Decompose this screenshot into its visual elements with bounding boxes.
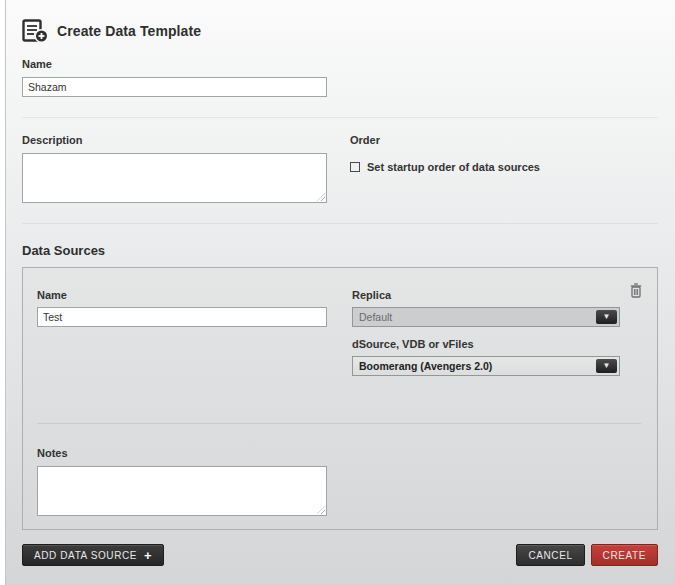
add-data-source-label: ADD DATA SOURCE	[34, 550, 137, 561]
divider	[22, 223, 658, 224]
create-data-template-dialog: Create Data Template Name Description Or…	[5, 0, 675, 585]
data-sources-heading: Data Sources	[22, 243, 658, 258]
trash-icon[interactable]	[630, 283, 642, 298]
divider	[22, 117, 658, 118]
create-button[interactable]: CREATE	[591, 544, 658, 566]
divider	[37, 423, 641, 424]
add-data-source-button[interactable]: ADD DATA SOURCE +	[22, 544, 164, 566]
source-select-value: Boomerang (Avengers 2.0)	[359, 360, 492, 372]
name-label: Name	[22, 58, 658, 70]
source-select-label: dSource, VDB or vFiles	[352, 338, 620, 350]
create-document-icon	[22, 19, 49, 43]
plus-icon: +	[144, 549, 152, 562]
description-textarea[interactable]	[22, 153, 327, 203]
source-name-input[interactable]	[37, 307, 327, 327]
data-source-card: Name Replica Default ▼ dSource, VDB or v…	[22, 267, 658, 530]
replica-label: Replica	[352, 289, 620, 301]
replica-select-value: Default	[359, 311, 392, 323]
page-title: Create Data Template	[57, 23, 201, 39]
chevron-down-icon: ▼	[596, 310, 617, 324]
description-label: Description	[22, 134, 327, 146]
replica-select[interactable]: Default ▼	[352, 307, 620, 327]
cancel-button[interactable]: CANCEL	[516, 544, 584, 566]
source-name-label: Name	[37, 289, 327, 301]
notes-label: Notes	[37, 447, 641, 459]
source-select[interactable]: Boomerang (Avengers 2.0) ▼	[352, 356, 620, 376]
chevron-down-icon: ▼	[596, 359, 617, 373]
notes-textarea[interactable]	[37, 466, 327, 516]
dialog-header: Create Data Template	[22, 18, 658, 44]
name-input[interactable]	[22, 77, 327, 97]
order-label: Order	[350, 134, 658, 146]
startup-order-checkbox-label: Set startup order of data sources	[367, 161, 540, 173]
startup-order-checkbox[interactable]	[350, 162, 360, 172]
